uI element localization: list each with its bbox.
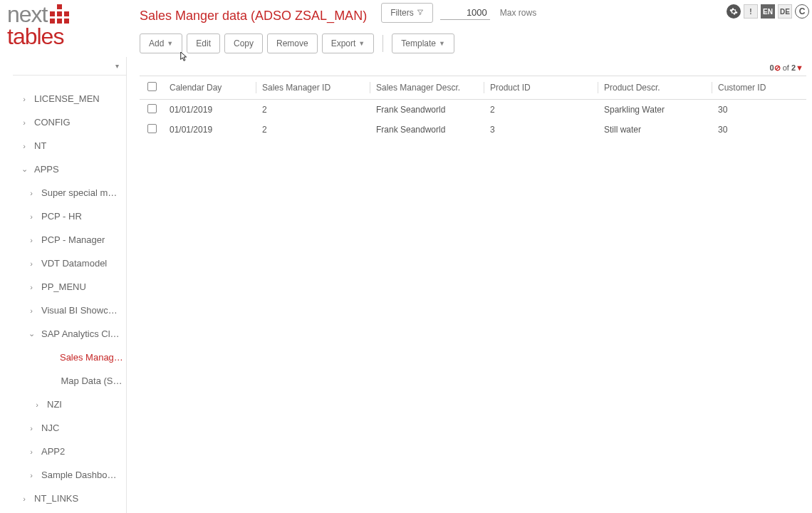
sidebar-item-label: APP2	[41, 446, 65, 457]
sidebar-item-label: APPS	[34, 164, 59, 175]
export-button[interactable]: Export▼	[322, 33, 375, 53]
sidebar-item-label: NJC	[41, 423, 59, 433]
sidebar-item[interactable]: ›NT	[0, 134, 126, 157]
cell: 3	[484, 120, 598, 140]
chevron-icon: ›	[20, 118, 28, 127]
chevron-icon: ›	[33, 400, 41, 409]
sidebar-item[interactable]: ›PP_MENU	[0, 275, 126, 299]
maxrows-input[interactable]	[440, 6, 490, 20]
maxrows-label: Max rows	[500, 8, 536, 18]
sidebar-item-label: PCP - Manager	[41, 234, 105, 245]
sidebar-item[interactable]: ›APP2	[0, 440, 126, 463]
chevron-icon: ›	[27, 212, 36, 221]
sidebar-item[interactable]: ⌄SAP Analytics Cloud...	[0, 322, 126, 346]
sidebar-item[interactable]: ⌄APPS	[0, 157, 126, 181]
col-sales-manager-id[interactable]: Sales Manager ID	[256, 76, 370, 100]
sidebar-item[interactable]: ›NT_LINKS	[0, 487, 126, 510]
toolbar: Add▼ Edit Copy Remove Export▼ Template▼	[140, 33, 806, 53]
filter-icon	[417, 8, 424, 18]
copy-button[interactable]: Copy	[224, 33, 263, 53]
sidebar-item-label: CONFIG	[34, 117, 71, 128]
select-all-checkbox[interactable]	[147, 82, 157, 91]
sidebar-item-label: VDT Datamodel	[41, 258, 107, 269]
chevron-icon: ⌄	[27, 329, 36, 338]
chevron-icon: ›	[20, 494, 28, 503]
sidebar-item[interactable]: Sales Manager G...	[0, 346, 126, 369]
sidebar-item-label: Visual BI Showcase	[41, 305, 120, 316]
cell: Still water	[598, 120, 712, 140]
cell: 30	[712, 100, 806, 120]
col-customer-id[interactable]: Customer ID	[712, 76, 806, 100]
col-product-id[interactable]: Product ID	[484, 76, 598, 100]
sidebar-item-label: PCP - HR	[41, 211, 82, 222]
col-calendar-day[interactable]: Calendar Day	[164, 76, 256, 100]
edit-button[interactable]: Edit	[187, 33, 220, 53]
cell: 2	[484, 100, 598, 120]
sidebar-item-label: NT	[34, 140, 46, 151]
filters-button[interactable]: Filters	[381, 3, 433, 23]
row-checkbox[interactable]	[147, 124, 157, 133]
add-button[interactable]: Add▼	[140, 33, 182, 53]
sidebar-item[interactable]: ›NJC	[0, 416, 126, 440]
cell: Frank Seandworld	[370, 100, 484, 120]
chevron-icon: ›	[27, 447, 36, 456]
caret-down-icon: ▼	[439, 40, 445, 47]
chevron-icon: ›	[27, 424, 36, 432]
caret-down-icon: ▼	[167, 40, 173, 47]
sidebar-item[interactable]: ›PCP - HR	[0, 204, 126, 228]
sidebar-item-label: Sales Manager G...	[60, 352, 126, 363]
sidebar-item[interactable]: ›Super special mega ...	[0, 181, 126, 204]
cell: Sparkling Water	[598, 100, 712, 120]
sidebar-item-label: NZI	[47, 399, 62, 410]
cell: 2	[256, 120, 370, 140]
chevron-icon: ›	[27, 259, 36, 268]
chevron-icon: ⌄	[20, 165, 28, 174]
sidebar-item[interactable]: ›CONFIG	[0, 110, 126, 134]
chevron-icon: ›	[27, 189, 36, 197]
sidebar-item-label: Super special mega ...	[41, 187, 120, 198]
chevron-icon: ›	[27, 236, 36, 244]
chevron-icon: ›	[27, 471, 36, 480]
page-title: Sales Manger data (ADSO ZSAL_MAN)	[140, 9, 367, 24]
row-count: 0⊘ of 2▼	[140, 63, 806, 73]
table-row[interactable]: 01/01/20192Frank Seandworld2Sparkling Wa…	[140, 100, 806, 120]
sidebar-item-label: SAP Analytics Cloud...	[41, 328, 120, 339]
remove-button[interactable]: Remove	[267, 33, 318, 53]
sidebar-item[interactable]: ›NZI	[0, 393, 126, 416]
sidebar-item-label: PP_MENU	[41, 281, 86, 292]
sidebar-item[interactable]: ›PCP - Manager	[0, 228, 126, 252]
cell: 2	[256, 100, 370, 120]
sidebar-item-label: Sample Dashboard	[41, 470, 120, 480]
cell: 30	[712, 120, 806, 140]
sidebar-dropdown[interactable]: ▾	[13, 57, 126, 76]
sidebar-item-label: Map Data (SAC)	[61, 375, 126, 386]
cell: 01/01/2019	[164, 120, 256, 140]
row-checkbox[interactable]	[147, 104, 157, 113]
cell: Frank Seandworld	[370, 120, 484, 140]
chevron-icon: ›	[20, 142, 28, 150]
sidebar-item[interactable]: ›Sample Dashboard	[0, 463, 126, 487]
sidebar-item[interactable]: Map Data (SAC)	[0, 369, 126, 393]
table-header-row: Calendar Day Sales Manager ID Sales Mana…	[140, 76, 806, 100]
sidebar: ▾ ›LICENSE_MEN›CONFIG›NT⌄APPS›Super spec…	[0, 57, 127, 513]
filters-label: Filters	[390, 8, 414, 18]
chevron-icon: ›	[20, 95, 28, 103]
caret-down-icon: ▼	[358, 40, 365, 47]
chevron-icon: ›	[27, 283, 36, 291]
col-product-descr[interactable]: Product Descr.	[598, 76, 712, 100]
data-table: Calendar Day Sales Manager ID Sales Mana…	[140, 76, 806, 140]
sidebar-item[interactable]: ›VDT Datamodel	[0, 252, 126, 275]
table-row[interactable]: 01/01/20192Frank Seandworld3Still water3…	[140, 120, 806, 140]
col-sales-manager-descr[interactable]: Sales Manager Descr.	[370, 76, 484, 100]
sidebar-item-label: NT_LINKS	[34, 493, 78, 504]
sidebar-item[interactable]: ›LICENSE_MEN	[0, 87, 126, 110]
sidebar-item[interactable]: ›Visual BI Showcase	[0, 299, 126, 322]
chevron-icon: ›	[27, 306, 36, 315]
toolbar-divider	[382, 35, 383, 52]
app-logo: next tables	[7, 1, 121, 50]
sidebar-item-label: LICENSE_MEN	[34, 93, 100, 104]
template-button[interactable]: Template▼	[392, 33, 454, 53]
cell: 01/01/2019	[164, 100, 256, 120]
